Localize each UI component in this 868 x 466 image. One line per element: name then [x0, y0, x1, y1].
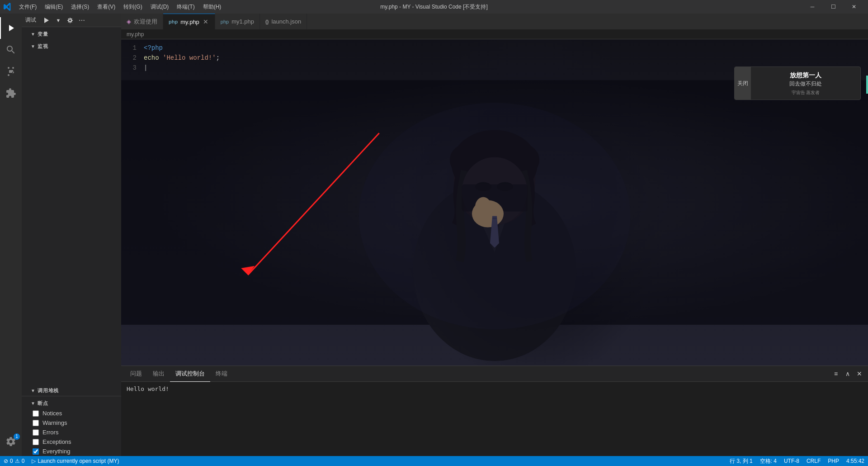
- breakpoint-warnings-label: Warnings: [42, 419, 67, 426]
- variables-section: ▼ 变量: [22, 27, 121, 39]
- panel-tab-terminal[interactable]: 终端: [210, 366, 233, 382]
- watch-section: ▼ 监视: [22, 39, 121, 52]
- statusbar-language[interactable]: PHP: [824, 456, 843, 466]
- panel-tab-output[interactable]: 输出: [147, 366, 170, 382]
- sidebar: 调试 ▼ ⋯ ▼ 变量 ▼ 监: [22, 14, 121, 456]
- sidebar-spacer: [22, 52, 121, 384]
- breadcrumb-text: my.php: [127, 31, 144, 38]
- activity-run[interactable]: [0, 17, 22, 39]
- editor-container: 1 <?php 2 echo 'Hello world!'; 3: [121, 39, 868, 366]
- statusbar-spaces[interactable]: 空格: 4: [756, 456, 780, 466]
- breakpoint-notices-checkbox[interactable]: [33, 410, 39, 417]
- notification-popup: 关闭 放想第一人 回去做不归处 宇宙告 蒸发者: [734, 67, 861, 100]
- tab-myphp-icon: php: [169, 19, 178, 24]
- maximize-button[interactable]: ☐: [823, 0, 844, 14]
- toolbar-select-btn[interactable]: ▼: [53, 15, 63, 25]
- breakpoint-errors-checkbox[interactable]: [33, 429, 39, 436]
- search-icon: [5, 44, 16, 55]
- call-stack-section: ▼ 调用堆栈: [22, 384, 121, 396]
- breakpoints-header[interactable]: ▼ 断点: [22, 396, 121, 409]
- debug-toolbar: 调试 ▼ ⋯: [22, 14, 121, 27]
- statusbar-encoding[interactable]: UTF-8: [780, 456, 803, 466]
- panel-filter-btn[interactable]: ≡: [831, 369, 841, 379]
- statusbar-time: 4:55:42: [843, 456, 868, 466]
- tab-welcome[interactable]: ◈ 欢迎使用: [121, 14, 163, 29]
- code-line-1: 1 <?php: [121, 43, 868, 53]
- breakpoint-notices: Notices: [22, 409, 121, 418]
- statusbar-debug-script[interactable]: ▷ Launch currently open script (MY): [28, 456, 123, 466]
- tab-myphp[interactable]: php my.php ✕: [163, 14, 215, 29]
- editor-area: ◈ 欢迎使用 php my.php ✕ php my1.php {} launc…: [121, 14, 868, 456]
- warning-count: 0: [22, 458, 25, 464]
- notification-source: 宇宙告 蒸发者: [789, 90, 822, 96]
- code-line-2: 2 echo 'Hello world!';: [121, 53, 868, 63]
- notification-title: 放想第一人: [789, 71, 822, 80]
- panel-content[interactable]: Hello world!: [121, 382, 868, 456]
- variables-header[interactable]: ▼ 变量: [22, 27, 121, 39]
- panel-tab-debug-console[interactable]: 调试控制台: [170, 366, 210, 382]
- menu-view[interactable]: 查看(V): [94, 1, 119, 13]
- tab-launch-icon: {}: [265, 19, 269, 24]
- panel-output-text: Hello world!: [127, 385, 169, 392]
- panel-tab-problems[interactable]: 问题: [125, 366, 147, 382]
- window-title: my.php - MY - Visual Studio Code [不受支持]: [380, 3, 487, 11]
- menu-terminal[interactable]: 终端(T): [173, 1, 198, 13]
- line-number-1: 1: [121, 44, 144, 52]
- statusbar-position[interactable]: 行 3, 列 1: [726, 456, 756, 466]
- activity-settings[interactable]: 1: [0, 431, 22, 452]
- run-arrow-icon: [43, 17, 50, 24]
- watch-chevron: ▼: [31, 44, 36, 49]
- activity-extensions[interactable]: [0, 82, 22, 104]
- menu-debug[interactable]: 调试(D): [147, 1, 173, 13]
- panel-tabs: 问题 输出 调试控制台 终端 ≡ ∧ ✕: [121, 366, 868, 382]
- toolbar-config-btn[interactable]: [65, 15, 75, 25]
- breakpoint-exceptions: Exceptions: [22, 437, 121, 447]
- titlebar-menu: 文件(F) 编辑(E) 选择(S) 查看(V) 转到(G) 调试(D) 终端(T…: [15, 1, 225, 13]
- toolbar-more-btn[interactable]: ⋯: [77, 15, 87, 25]
- statusbar-left: ⊘ 0 ⚠ 0 ▷ Launch currently open script (…: [0, 456, 123, 466]
- close-button[interactable]: ✕: [844, 0, 864, 14]
- scroll-indicator: [866, 76, 868, 94]
- breakpoint-errors: Errors: [22, 428, 121, 437]
- menu-help[interactable]: 帮助(H): [199, 1, 225, 13]
- debug-script-label: Launch currently open script (MY): [38, 458, 119, 464]
- tab-launch-label: launch.json: [271, 18, 301, 25]
- tab-myphp-close[interactable]: ✕: [202, 18, 209, 25]
- tab-launch[interactable]: {} launch.json: [260, 14, 307, 29]
- panel: 问题 输出 调试控制台 终端 ≡ ∧ ✕ Hello world!: [121, 366, 868, 456]
- breakpoint-notices-label: Notices: [42, 410, 62, 417]
- notification-close-btn[interactable]: 关闭: [735, 67, 751, 100]
- breakpoint-everything-label: Everything: [42, 448, 70, 455]
- breakpoint-everything-checkbox[interactable]: [33, 448, 39, 455]
- breakpoint-exceptions-checkbox[interactable]: [33, 439, 39, 445]
- toolbar-run-btn[interactable]: [42, 15, 52, 25]
- titlebar: 文件(F) 编辑(E) 选择(S) 查看(V) 转到(G) 调试(D) 终端(T…: [0, 0, 868, 14]
- extensions-icon: [5, 88, 16, 99]
- line-number-3: 3: [121, 64, 144, 71]
- menu-edit[interactable]: 编辑(E): [41, 1, 66, 13]
- activity-bar: 1: [0, 14, 22, 456]
- menu-goto[interactable]: 转到(G): [120, 1, 146, 13]
- watch-header[interactable]: ▼ 监视: [22, 39, 121, 52]
- panel-up-btn[interactable]: ∧: [843, 369, 853, 379]
- menu-file[interactable]: 文件(F): [15, 1, 40, 13]
- run-icon-status: ▷: [32, 458, 36, 464]
- statusbar-right: 行 3, 列 1 空格: 4 UTF-8 CRLF PHP 4:55:42: [726, 456, 868, 466]
- error-icon: ⊘: [4, 458, 8, 464]
- panel-close-btn[interactable]: ✕: [854, 369, 864, 379]
- statusbar-eol[interactable]: CRLF: [803, 456, 824, 466]
- menu-select[interactable]: 选择(S): [67, 1, 93, 13]
- activity-source-control[interactable]: [0, 61, 22, 82]
- tab-myphp-label: my.php: [180, 19, 199, 25]
- activity-bottom: 1: [0, 431, 22, 452]
- call-stack-header[interactable]: ▼ 调用堆栈: [22, 384, 121, 396]
- notification-text: 放想第一人 回去做不归处 宇宙告 蒸发者: [786, 67, 826, 100]
- breadcrumb: my.php: [121, 29, 868, 39]
- activity-search[interactable]: [0, 39, 22, 61]
- tab-my1php-label: my1.php: [231, 18, 254, 25]
- tab-my1php[interactable]: php my1.php: [215, 14, 260, 29]
- statusbar-errors[interactable]: ⊘ 0 ⚠ 0: [0, 456, 28, 466]
- breakpoint-warnings: Warnings: [22, 418, 121, 428]
- breakpoint-warnings-checkbox[interactable]: [33, 420, 39, 426]
- minimize-button[interactable]: ─: [802, 0, 823, 14]
